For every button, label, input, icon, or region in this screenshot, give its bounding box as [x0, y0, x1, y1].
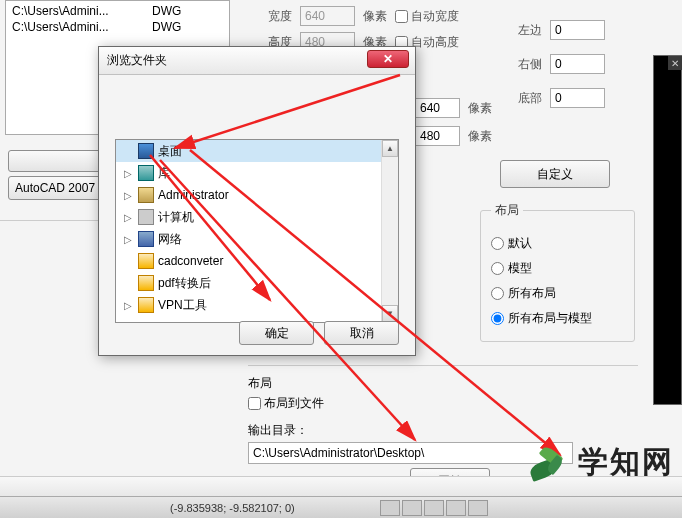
px-height-row: 像素 [415, 126, 492, 146]
scroll-down-icon[interactable]: ▼ [382, 305, 398, 322]
tree-item-label: 桌面 [158, 143, 182, 160]
expand-icon[interactable]: ▷ [122, 234, 134, 245]
bottom-input[interactable] [550, 88, 605, 108]
computer-icon [138, 209, 154, 225]
width-input[interactable] [300, 6, 355, 26]
watermark-text: 学知网 [578, 442, 674, 483]
unit-label: 像素 [363, 8, 387, 25]
panel-close-icon[interactable]: ✕ [668, 56, 682, 70]
network-icon [138, 231, 154, 247]
px-width-row: 像素 [415, 98, 492, 118]
file-path: C:\Users\Admini... [12, 4, 132, 18]
left-input[interactable] [550, 20, 605, 40]
unit-label: 像素 [468, 128, 492, 145]
status-bar: (-9.835938; -9.582107; 0) [0, 496, 682, 518]
cancel-button[interactable]: 取消 [324, 321, 399, 345]
dialog-title-text: 浏览文件夹 [107, 52, 167, 69]
layout-label: 布局 [248, 375, 638, 392]
tree-item-library[interactable]: ▷库 [116, 162, 398, 184]
px-width-input[interactable] [415, 98, 460, 118]
folder-tree[interactable]: 桌面▷库▷Administrator▷计算机▷网络cadconveterpdf转… [115, 139, 399, 323]
tree-item-network[interactable]: ▷网络 [116, 228, 398, 250]
expand-icon[interactable]: ▷ [122, 300, 134, 311]
width-row: 宽度 像素 自动宽度 [268, 6, 459, 26]
tree-item-label: Administrator [158, 188, 229, 202]
folder-icon [138, 253, 154, 269]
status-coords: (-9.835938; -9.582107; 0) [170, 502, 295, 514]
file-type: DWG [152, 4, 181, 18]
layout-group: 布局 默认 模型 所有布局 所有布局与模型 [480, 202, 635, 342]
right-label: 右侧 [518, 56, 542, 73]
tree-item-label: cadconveter [158, 254, 223, 268]
tree-item-desktop[interactable]: 桌面 [116, 140, 398, 162]
expand-icon[interactable]: ▷ [122, 190, 134, 201]
radio-model[interactable]: 模型 [491, 260, 624, 277]
px-height-input[interactable] [415, 126, 460, 146]
left-label: 左边 [518, 22, 542, 39]
scroll-up-icon[interactable]: ▲ [382, 140, 398, 157]
tree-item-label: 计算机 [158, 209, 194, 226]
radio-default[interactable]: 默认 [491, 235, 624, 252]
separator [248, 365, 638, 366]
scrollbar[interactable]: ▲ ▼ [381, 140, 398, 322]
user-icon [138, 187, 154, 203]
preview-panel [653, 55, 682, 405]
expand-icon[interactable]: ▷ [122, 168, 134, 179]
radio-all-layouts[interactable]: 所有布局 [491, 285, 624, 302]
bottom-margin-row: 底部 [518, 88, 605, 108]
left-margin-row: 左边 [518, 20, 605, 40]
leaf-icon [526, 444, 570, 482]
tree-item-folder[interactable]: pdf转换后 [116, 272, 398, 294]
expand-icon[interactable]: ▷ [122, 212, 134, 223]
tree-item-computer[interactable]: ▷计算机 [116, 206, 398, 228]
status-icons [380, 500, 488, 516]
file-row[interactable]: C:\Users\Admini... DWG [8, 19, 227, 35]
tree-item-folder[interactable]: cadconveter [116, 250, 398, 272]
auto-width-check[interactable]: 自动宽度 [395, 8, 459, 25]
dialog-close-button[interactable]: ✕ [367, 50, 409, 68]
unit-label: 像素 [468, 100, 492, 117]
desktop-icon [138, 143, 154, 159]
browse-folder-dialog: 浏览文件夹 ✕ 桌面▷库▷Administrator▷计算机▷网络cadconv… [98, 46, 416, 356]
file-type: DWG [152, 20, 181, 34]
tree-item-label: pdf转换后 [158, 275, 211, 292]
file-path: C:\Users\Admini... [12, 20, 132, 34]
ok-button[interactable]: 确定 [239, 321, 314, 345]
folder-icon [138, 275, 154, 291]
file-row[interactable]: C:\Users\Admini... DWG [8, 3, 227, 19]
right-margin-row: 右侧 [518, 54, 605, 74]
tree-item-user[interactable]: ▷Administrator [116, 184, 398, 206]
folder-icon [138, 297, 154, 313]
tree-item-label: VPN工具 [158, 297, 207, 314]
format-label: AutoCAD 2007 D [15, 181, 107, 195]
custom-button[interactable]: 自定义 [500, 160, 610, 188]
output-path-input[interactable] [248, 442, 573, 464]
tree-item-folder[interactable]: ▷VPN工具 [116, 294, 398, 316]
library-icon [138, 165, 154, 181]
dialog-titlebar[interactable]: 浏览文件夹 ✕ [99, 47, 415, 75]
radio-all-layouts-model[interactable]: 所有布局与模型 [491, 310, 624, 327]
layout-legend: 布局 [491, 202, 523, 219]
tree-item-label: 网络 [158, 231, 182, 248]
width-label: 宽度 [268, 8, 292, 25]
watermark-logo: 学知网 [526, 442, 674, 483]
right-input[interactable] [550, 54, 605, 74]
layout-to-file-check[interactable]: 布局到文件 [248, 395, 638, 412]
bottom-label: 底部 [518, 90, 542, 107]
tree-item-label: 库 [158, 165, 170, 182]
output-dir-label: 输出目录： [248, 422, 638, 439]
